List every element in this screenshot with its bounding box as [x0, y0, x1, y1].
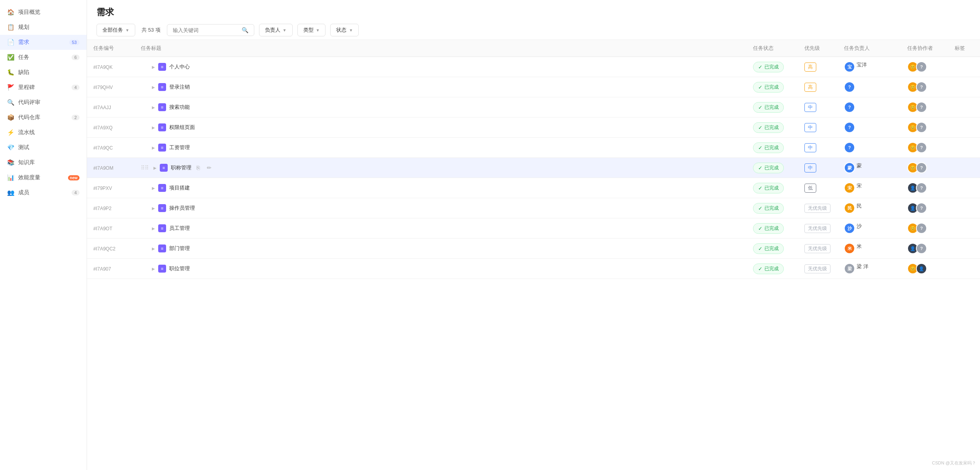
task-title-cell: ▶ ≡ 权限组页面: [141, 123, 740, 131]
expand-arrow[interactable]: ▶: [152, 246, 155, 251]
sidebar-item-tasks[interactable]: ✅ 任务 6: [0, 50, 87, 65]
table-row[interactable]: #I7A9XQ ▶ ≡ 权限组页面 ✓ 已完成 中 ? 😊?: [87, 117, 980, 138]
task-type-icon: ≡: [158, 63, 166, 71]
collab-avatar: ?: [916, 243, 927, 254]
sidebar-item-knowledge[interactable]: 📚 知识库: [0, 155, 87, 170]
table-row[interactable]: #I7A9OT ▶ ≡ 员工管理 ✓ 已完成 无优先级 沙 沙 😊?: [87, 218, 980, 239]
table-row[interactable]: #I7A907 ▶ ≡ 职位管理 ✓ 已完成 无优先级 梁 梁 洋 😊👤: [87, 259, 980, 279]
expand-arrow[interactable]: ▶: [152, 125, 155, 130]
sidebar-icon-codereview: 🔍: [7, 99, 14, 106]
task-name: 操作员管理: [169, 205, 195, 212]
expand-arrow[interactable]: ▶: [152, 226, 155, 231]
sidebar-item-requirements[interactable]: 📄 需求 53: [0, 35, 87, 50]
col-header-collab: 任务协作者: [901, 40, 948, 57]
table-row[interactable]: #I7A9P2 ▶ ≡ 操作员管理 ✓ 已完成 无优先级 民 民 👤?: [87, 198, 980, 218]
sidebar-item-bugs[interactable]: 🐛 缺陷: [0, 65, 87, 80]
collab-avatars: 😊?: [907, 122, 942, 133]
owner-avatars: 沙 沙: [844, 223, 895, 234]
expand-arrow[interactable]: ▶: [152, 85, 155, 89]
search-input[interactable]: [173, 27, 239, 33]
search-icon: 🔍: [242, 27, 248, 33]
status-badge: ✓ 已完成: [753, 142, 784, 153]
collab-avatar: ?: [916, 81, 927, 93]
collab-avatars: 👤?: [907, 203, 942, 214]
task-title-cell: ▶ ≡ 部门管理: [141, 244, 740, 252]
chevron-down-icon: ▼: [125, 28, 129, 32]
owner-name: 梁 洋: [857, 263, 868, 274]
table-row[interactable]: #I7A9OM ⠿⠿ ▶ ≡ 职称管理 ⎘ ✏ ✓ 已完成 中 蒙 蒙: [87, 158, 980, 178]
table-row[interactable]: #I79QHV ▶ ≡ 登录注销 ✓ 已完成 高 ? 😊?: [87, 77, 980, 97]
status-label: 已完成: [764, 165, 779, 171]
task-name: 部门管理: [169, 245, 190, 252]
sidebar-label-planning: 规划: [18, 24, 79, 31]
status-badge: ✓ 已完成: [753, 82, 784, 93]
owner-avatars: ?: [844, 102, 895, 113]
sidebar-label-members: 成员: [18, 189, 68, 196]
sidebar-item-efficiency[interactable]: 📊 效能度量 new: [0, 170, 87, 185]
sidebar-icon-tasks: ✅: [7, 54, 14, 61]
sidebar-item-planning[interactable]: 📋 规划: [0, 20, 87, 35]
table-row[interactable]: #I7A9QK ▶ ≡ 个人中心 ✓ 已完成 高 宝 宝洋 😊?: [87, 57, 980, 77]
task-type-icon: ≡: [158, 224, 166, 232]
filter-owner-button[interactable]: 负责人 ▼: [259, 24, 293, 36]
sidebar-label-bugs: 缺陷: [18, 69, 79, 76]
owner-avatars: 米 米: [844, 243, 895, 254]
filter-all-button[interactable]: 全部任务 ▼: [96, 24, 135, 36]
check-icon: ✓: [758, 104, 762, 110]
filter-status-button[interactable]: 状态 ▼: [330, 24, 359, 36]
task-name: 个人中心: [169, 63, 190, 70]
sidebar-label-knowledge: 知识库: [18, 159, 79, 166]
table-row[interactable]: #I79PXV ▶ ≡ 项目搭建 ✓ 已完成 低 宋 宋 👤?: [87, 178, 980, 198]
priority-badge: 中: [804, 103, 816, 112]
col-header-status: 任务状态: [747, 40, 798, 57]
task-type-icon: ≡: [158, 204, 166, 212]
task-title-cell: ▶ ≡ 工资管理: [141, 144, 740, 152]
owner-name: 宝洋: [857, 61, 867, 72]
expand-arrow[interactable]: ▶: [152, 206, 155, 210]
collab-avatar: ?: [916, 223, 927, 234]
search-box[interactable]: 🔍: [167, 24, 254, 36]
status-badge: ✓ 已完成: [753, 223, 784, 234]
task-id: #I7AAJJ: [93, 105, 111, 110]
table-row[interactable]: #I7AAJJ ▶ ≡ 搜索功能 ✓ 已完成 中 ? 😊?: [87, 97, 980, 117]
expand-arrow[interactable]: ▶: [152, 65, 155, 69]
expand-arrow[interactable]: ▶: [153, 166, 157, 170]
priority-badge: 低: [804, 184, 816, 193]
sidebar-item-overview[interactable]: 🏠 项目概览: [0, 5, 87, 20]
expand-arrow[interactable]: ▶: [152, 105, 155, 110]
collab-avatars: 😊?: [907, 81, 942, 93]
sidebar-item-pipeline[interactable]: ⚡ 流水线: [0, 125, 87, 140]
expand-arrow[interactable]: ▶: [152, 267, 155, 271]
owner-avatar: 宋: [844, 182, 855, 193]
collab-avatar: ?: [916, 61, 927, 72]
edit-action[interactable]: ✏: [205, 164, 214, 172]
sidebar-icon-testing: 💎: [7, 144, 14, 151]
copy-action[interactable]: ⎘: [195, 164, 202, 172]
sidebar-label-testing: 测试: [18, 144, 79, 151]
priority-badge: 中: [804, 163, 816, 172]
owner-avatar: 民: [844, 203, 855, 214]
status-label: 已完成: [764, 104, 779, 111]
priority-badge: 无优先级: [804, 204, 831, 213]
expand-arrow[interactable]: ▶: [152, 186, 155, 190]
sidebar-item-milestone[interactable]: 🚩 里程碑 4: [0, 80, 87, 95]
col-header-title: 任务标题: [134, 40, 747, 57]
collab-avatar: ?: [916, 162, 927, 173]
table-row[interactable]: #I7A9QC2 ▶ ≡ 部门管理 ✓ 已完成 无优先级 米 米 👤?: [87, 239, 980, 259]
table-row[interactable]: #I7A9QC ▶ ≡ 工资管理 ✓ 已完成 中 ? 😊?: [87, 138, 980, 158]
sidebar-item-testing[interactable]: 💎 测试: [0, 140, 87, 155]
sidebar-item-codereview[interactable]: 🔍 代码评审: [0, 95, 87, 110]
task-id: #I79PXV: [93, 186, 112, 191]
task-type-icon: ≡: [158, 184, 166, 192]
sidebar-item-coderepository[interactable]: 📦 代码仓库 2: [0, 110, 87, 125]
status-label: 已完成: [764, 124, 779, 131]
owner-avatar: 梁: [844, 263, 855, 274]
col-header-tag: 标签: [948, 40, 980, 57]
page-title: 需求: [96, 6, 971, 18]
status-label: 已完成: [764, 225, 779, 232]
drag-handle[interactable]: ⠿⠿: [141, 165, 150, 171]
task-name: 职称管理: [171, 164, 191, 171]
filter-type-button[interactable]: 类型 ▼: [297, 24, 326, 36]
sidebar-item-members[interactable]: 👥 成员 4: [0, 185, 87, 200]
expand-arrow[interactable]: ▶: [152, 146, 155, 150]
